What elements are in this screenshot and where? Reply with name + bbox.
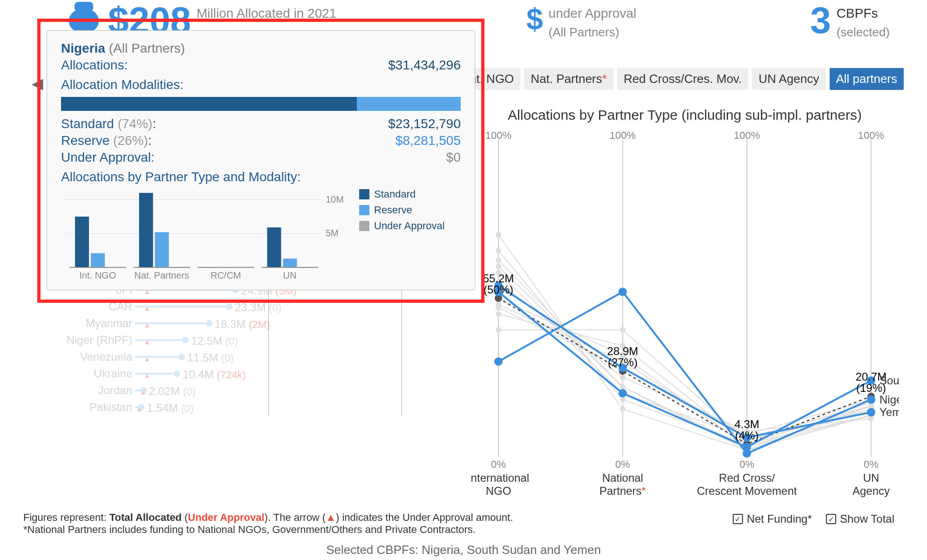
fn-1d: Under Approval xyxy=(188,512,264,523)
svg-point-69 xyxy=(620,397,626,403)
svg-text:100%: 100% xyxy=(858,130,884,141)
parallel-chart: 100%0%InternationalNGO100%0%NationalPart… xyxy=(470,130,899,485)
filter-tab[interactable]: Red Cross/Cres. Mov. xyxy=(617,68,749,90)
svg-text:0%: 0% xyxy=(864,458,879,470)
fn-1a: Figures represent: xyxy=(23,512,109,523)
svg-point-94 xyxy=(743,449,751,458)
svg-point-49 xyxy=(620,375,626,380)
triangle-icon: ▲ xyxy=(326,512,336,523)
show-total-label: Show Total xyxy=(840,512,894,526)
lollipop-row[interactable]: Niger (RhPF)▲12.5M (0) xyxy=(28,332,470,348)
svg-text:National: National xyxy=(602,471,643,484)
cbpf-sub: (selected) xyxy=(837,21,890,40)
parallel-title: Allocations by Partner Type (including s… xyxy=(470,107,899,123)
lollipop-row[interactable]: Pakistan▲1.54M (0) xyxy=(28,399,470,416)
all-partners-sub: (All Partners) xyxy=(549,21,636,40)
svg-point-53 xyxy=(620,406,626,412)
lollipop-row[interactable]: Jordan▲2.02M (0) xyxy=(28,382,470,399)
dollar-icon: $ xyxy=(526,2,543,36)
legend-swatch-res xyxy=(359,205,369,215)
lollipop-row[interactable]: Venezuela▲11.5M (0) xyxy=(28,348,470,365)
lollipop-label: Myanmar xyxy=(28,317,135,330)
lollipop-value: 1.54M (0) xyxy=(147,402,193,415)
res-label: Reserve xyxy=(61,133,109,148)
lollipop-value: 12.5M (0) xyxy=(191,335,238,348)
svg-point-40 xyxy=(496,257,501,263)
svg-text:55.2M: 55.2M xyxy=(483,272,514,285)
svg-point-76 xyxy=(496,264,501,269)
svg-text:RC/CM: RC/CM xyxy=(211,270,241,280)
svg-text:0%: 0% xyxy=(491,458,506,470)
legend-std: Standard xyxy=(374,188,416,200)
svg-point-77 xyxy=(620,384,626,389)
modality-bar-reserve xyxy=(357,97,461,111)
lollipop-label: Jordan xyxy=(28,384,135,397)
filter-tab[interactable]: UN Agency xyxy=(752,68,825,90)
svg-text:UN: UN xyxy=(863,471,879,484)
lollipop-row[interactable]: Myanmar▲18.3M (2M) xyxy=(28,315,470,332)
svg-text:0%: 0% xyxy=(615,458,630,470)
svg-text:South Sudan: South Sudan xyxy=(879,374,899,387)
legend-res: Reserve xyxy=(374,204,412,216)
fn-1f: ) indicates the Under Approval amount. xyxy=(336,512,513,523)
tooltip-modalities-label: Allocation Modalities: xyxy=(61,77,461,92)
svg-rect-9 xyxy=(155,232,169,267)
tooltip-country: Nigeria xyxy=(61,41,105,55)
lollipop-value: 23.3M (0) xyxy=(235,301,281,314)
modality-bar xyxy=(61,97,461,111)
allocated-suffix: Million Allocated in 2021 xyxy=(197,2,336,21)
legend-swatch-std xyxy=(359,189,369,199)
svg-point-56 xyxy=(496,311,501,317)
chevron-left-icon[interactable]: ◀ xyxy=(32,75,43,92)
lollipop-row[interactable]: CAR▲23.3M (0) xyxy=(28,298,470,315)
svg-text:Nat. Partners: Nat. Partners xyxy=(134,270,189,280)
svg-rect-8 xyxy=(139,193,153,267)
ua-val: $0 xyxy=(446,150,461,165)
tooltip-title: Nigeria (All Partners) xyxy=(61,41,461,56)
std-val: $23,152,790 xyxy=(388,116,461,131)
svg-point-81 xyxy=(620,327,626,333)
tooltip-partners: (All Partners) xyxy=(109,41,185,55)
filter-tab[interactable]: All partners xyxy=(830,68,904,90)
svg-text:Nigeria: Nigeria xyxy=(879,393,899,406)
country-tooltip: Nigeria (All Partners) Allocations: $31,… xyxy=(47,30,475,290)
under-approval-marker-icon: ▲ xyxy=(144,372,150,379)
checkbox-icon: ✓ xyxy=(733,514,743,524)
under-approval-marker-icon: ▲ xyxy=(144,321,150,329)
legend-ua: Under Approval xyxy=(374,220,445,232)
cbpf-label: CBPFs xyxy=(837,2,890,21)
legend-swatch-ua xyxy=(359,221,369,231)
under-approval-marker-icon: ▲ xyxy=(144,338,150,346)
under-approval-marker-icon: ▲ xyxy=(140,389,146,396)
options-checkboxes: ✓Net Funding* ✓Show Total xyxy=(733,512,894,526)
svg-point-52 xyxy=(496,232,501,238)
svg-rect-4 xyxy=(75,217,89,267)
svg-text:(4%): (4%) xyxy=(735,429,759,442)
checkbox-icon: ✓ xyxy=(826,514,836,524)
moneybag-icon xyxy=(65,2,102,34)
lollipop-label: Venezuela xyxy=(28,350,135,363)
std-pct: (74%) xyxy=(117,116,152,131)
svg-point-72 xyxy=(496,305,501,310)
svg-text:(50%): (50%) xyxy=(484,283,513,296)
lollipop-row[interactable]: Ukraine▲10.4M (724k) xyxy=(28,365,470,382)
svg-text:100%: 100% xyxy=(610,130,636,141)
svg-text:28.9M: 28.9M xyxy=(607,345,638,357)
filter-tab[interactable]: Nat. Partners* xyxy=(524,68,613,90)
show-total-checkbox[interactable]: ✓Show Total xyxy=(826,512,894,526)
net-funding-checkbox[interactable]: ✓Net Funding* xyxy=(733,512,812,526)
fn-2: *National Partners includes funding to N… xyxy=(23,524,513,536)
svg-text:NGO: NGO xyxy=(486,485,511,497)
bypartner-label: Allocations by Partner Type and Modality… xyxy=(61,170,461,184)
svg-text:Agency: Agency xyxy=(852,485,890,497)
svg-text:5M: 5M xyxy=(326,228,339,238)
svg-text:Red Cross/: Red Cross/ xyxy=(719,471,775,484)
svg-text:10M: 10M xyxy=(326,194,344,205)
under-approval-marker-icon: ▲ xyxy=(144,355,150,362)
lollipop-value: 2.02M (0) xyxy=(149,385,196,398)
lollipop-value: 18.3M (2M) xyxy=(215,318,270,331)
lollipop-value: 10.4M (724k) xyxy=(183,368,246,381)
footnotes: Figures represent: Total Allocated (Unde… xyxy=(23,512,513,536)
lollipop-label: Niger (RhPF) xyxy=(28,334,135,347)
modality-bar-standard xyxy=(61,97,357,111)
